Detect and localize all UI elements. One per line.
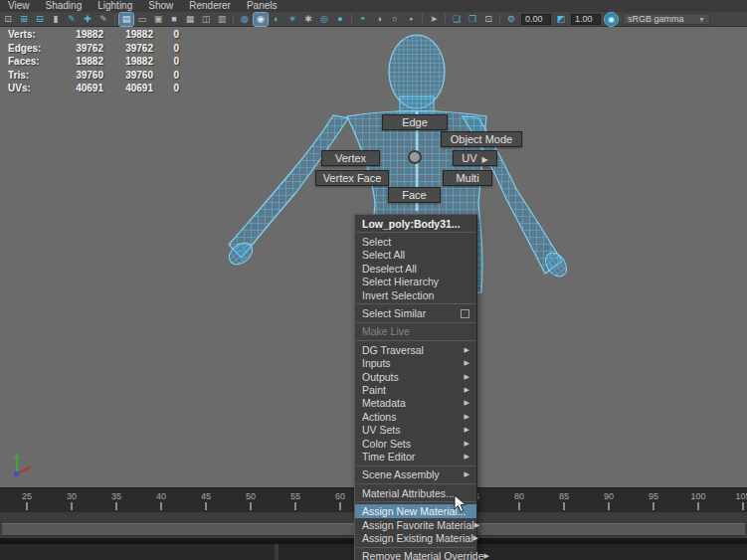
context-menu-item-material-attributes[interactable]: Material Attributes...	[355, 486, 476, 499]
gamma-icon[interactable]: ◩	[554, 13, 568, 26]
context-menu-item-paint[interactable]: Paint▶	[355, 383, 476, 396]
poly-count-label: Edges:	[8, 43, 62, 57]
menubar-item-view[interactable]: View	[0, 0, 38, 12]
marking-menu-item-face[interactable]: Face	[388, 187, 441, 203]
exposure-toggle-icon[interactable]: ◓	[356, 13, 370, 26]
poly-count-v2: 39760	[103, 70, 153, 84]
menubar-item-panels[interactable]: Panels	[239, 0, 285, 12]
menubar-item-shading[interactable]: Shading	[38, 0, 91, 12]
marking-menu-item-uv[interactable]: UV▶	[453, 150, 497, 166]
ao-icon[interactable]: ◎	[317, 13, 331, 26]
context-menu-item-select-similar[interactable]: Select Similar	[355, 306, 476, 319]
safe-action-icon[interactable]: ◫	[199, 13, 213, 26]
menu-item-label: Assign Favorite Material	[362, 519, 474, 531]
film-gate-icon[interactable]: ▭	[135, 13, 149, 26]
timeline-tick	[294, 502, 296, 510]
timeline-tick	[697, 502, 699, 510]
marking-menu-center-dot[interactable]	[408, 150, 422, 164]
shaded-cube-icon[interactable]: ◉	[254, 13, 268, 26]
menubar-item-show[interactable]: Show	[140, 0, 181, 12]
copy-layer-icon[interactable]: ❐	[466, 13, 479, 26]
marking-menu-item-vertex[interactable]: Vertex	[321, 150, 380, 166]
pen-icon[interactable]: ✎	[96, 13, 110, 26]
context-menu-item-inputs[interactable]: Inputs▶	[355, 357, 476, 370]
marking-menu-item-edge[interactable]: Edge	[382, 114, 448, 130]
command-line-input[interactable]	[0, 544, 275, 560]
context-menu-item-assign-existing-material[interactable]: Assign Existing Material▶	[355, 531, 476, 544]
context-menu-item-outputs[interactable]: Outputs▶	[355, 370, 476, 383]
context-menu-item-invert-selection[interactable]: Invert Selection	[355, 288, 476, 301]
checkbox-icon[interactable]	[461, 309, 469, 318]
context-menu-item-actions[interactable]: Actions▶	[355, 410, 476, 423]
menu-item-label: Metadata	[362, 397, 406, 409]
marking-menu-item-object-mode[interactable]: Object Mode	[441, 131, 522, 147]
submenu-arrow-icon: ▶	[465, 373, 469, 381]
submenu-arrow-icon: ▶	[482, 155, 488, 164]
poly-count-label: Faces:	[8, 56, 62, 70]
circle-outline-icon[interactable]: ○	[388, 13, 402, 26]
textured-icon[interactable]: ◐	[270, 13, 283, 26]
exposure-gear-icon[interactable]: ⚙	[504, 13, 518, 26]
context-menu-item-remove-material-override[interactable]: Remove Material Override▶	[355, 550, 476, 560]
select-tool-icon[interactable]: ➤	[427, 13, 441, 26]
poly-count-v2: 39762	[103, 43, 153, 57]
context-menu-item-uv-sets[interactable]: UV Sets▶	[355, 423, 476, 436]
gate-mask-icon[interactable]: ■	[167, 13, 181, 26]
gamma-field[interactable]: 1.00	[571, 14, 601, 25]
menu-item-label: Actions	[362, 411, 396, 423]
menubar-item-renderer[interactable]: Renderer	[181, 0, 239, 12]
menu-separator	[356, 547, 475, 548]
context-menu-item-scene-assembly[interactable]: Scene Assembly▶	[355, 468, 476, 481]
menubar-item-lighting[interactable]: Lighting	[90, 0, 140, 12]
menu-item-label: Deselect All	[362, 263, 417, 275]
timeline-frame-label: 55	[290, 491, 300, 501]
eclipse-icon[interactable]: ◑	[372, 13, 386, 26]
poly-count-v3: 0	[153, 83, 179, 96]
lights-icon[interactable]: ✳	[285, 13, 299, 26]
resolution-gate-icon[interactable]: ▣	[151, 13, 165, 26]
motion-blur-icon[interactable]: ●	[333, 13, 347, 26]
context-menu-item-select-all[interactable]: Select All	[355, 249, 476, 262]
poly-count-row: Faces:19882198820	[8, 56, 179, 70]
exposure-field[interactable]: 0.00	[521, 14, 551, 25]
list-view-icon[interactable]: ▤	[119, 13, 133, 26]
timeline-frame-label: 45	[201, 491, 211, 501]
marking-menu-item-vertex-face[interactable]: Vertex Face	[315, 170, 389, 186]
poly-count-v3: 0	[153, 70, 179, 84]
bookmark-icon[interactable]: ▮	[49, 13, 63, 26]
image-plane-icon[interactable]: ⊡	[481, 13, 495, 26]
context-menu-item-assign-favorite-material[interactable]: Assign Favorite Material▶	[355, 518, 476, 531]
paint-effects-icon[interactable]: ✎	[65, 13, 79, 26]
timeline-frame-label: 85	[559, 491, 569, 501]
context-menu-item-dg-traversal[interactable]: DG Traversal▶	[355, 343, 476, 356]
context-menu-item-assign-new-material[interactable]: Assign New Material...	[355, 504, 476, 517]
context-menu-item-metadata[interactable]: Metadata▶	[355, 397, 476, 410]
poly-count-v3: 0	[153, 29, 179, 43]
color-management-icon[interactable]: ◉	[605, 13, 618, 26]
shadows-icon[interactable]: ✱	[301, 13, 315, 26]
colorspace-dropdown[interactable]: sRGB gamma▼	[623, 13, 710, 25]
camera-lock-icon[interactable]: ⊟	[33, 13, 47, 26]
isolate-select-icon[interactable]: ❏	[450, 13, 464, 26]
timeline-frame-label: 95	[649, 491, 658, 501]
context-menu-item-select[interactable]: Select	[355, 235, 476, 248]
move-manip-icon[interactable]: ✚	[81, 13, 94, 26]
field-chart-icon[interactable]: ▦	[183, 13, 197, 26]
context-menu-item-select-hierarchy[interactable]: Select Hierarchy	[355, 276, 476, 288]
context-menu: Low_poly:Body31...SelectSelect AllDesele…	[354, 214, 477, 560]
dark-box-icon[interactable]: ▪	[404, 13, 418, 26]
camcorder-icon[interactable]: ⊡	[1, 13, 15, 26]
poly-count-label: Tris:	[8, 70, 62, 84]
timeline-frame-label: 25	[22, 491, 32, 501]
wireframe-sphere-icon[interactable]: ◍	[238, 13, 252, 26]
timeline-frame-label: 40	[156, 491, 166, 501]
poly-count-v3: 0	[153, 43, 179, 57]
menu-item-label: Select All	[362, 249, 405, 261]
camera-add-icon[interactable]: ⊞	[17, 13, 31, 26]
context-menu-item-time-editor[interactable]: Time Editor▶	[355, 450, 476, 463]
context-menu-item-make-live[interactable]: Make Live	[355, 325, 476, 338]
marking-menu-item-multi[interactable]: Multi	[443, 170, 492, 186]
context-menu-item-color-sets[interactable]: Color Sets▶	[355, 437, 476, 450]
context-menu-item-deselect-all[interactable]: Deselect All	[355, 262, 476, 275]
safe-title-icon[interactable]: ▥	[215, 13, 229, 26]
